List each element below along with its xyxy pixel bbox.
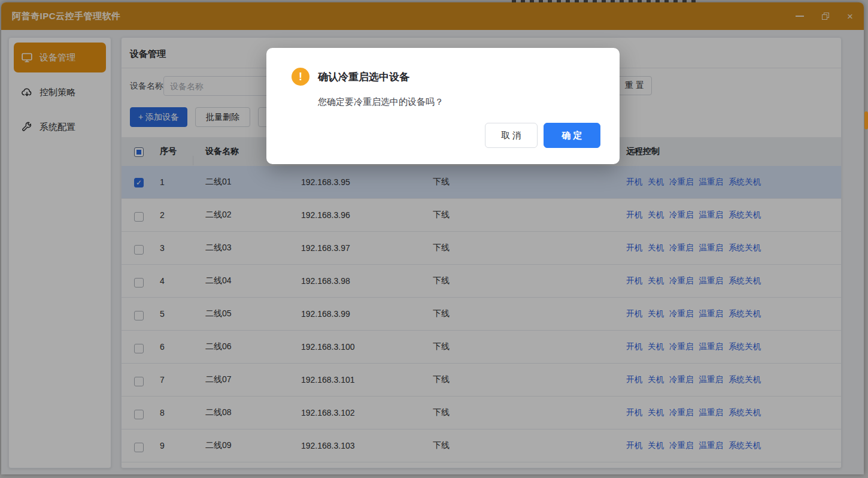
right-edge-scrollbar-thumb[interactable]: [864, 111, 868, 129]
confirm-button[interactable]: 确 定: [544, 123, 600, 148]
cancel-button[interactable]: 取 消: [485, 123, 538, 148]
dialog-title: 确认冷重启选中设备: [318, 70, 409, 84]
dialog-message: 您确定要冷重启选中的设备吗？: [318, 96, 444, 108]
confirm-dialog: ! 确认冷重启选中设备 您确定要冷重启选中的设备吗？ 取 消 确 定: [266, 48, 620, 164]
warning-icon: !: [292, 68, 309, 86]
screen: 阿普奇IPC云控手管理软件 × 设备管理: [0, 0, 868, 478]
